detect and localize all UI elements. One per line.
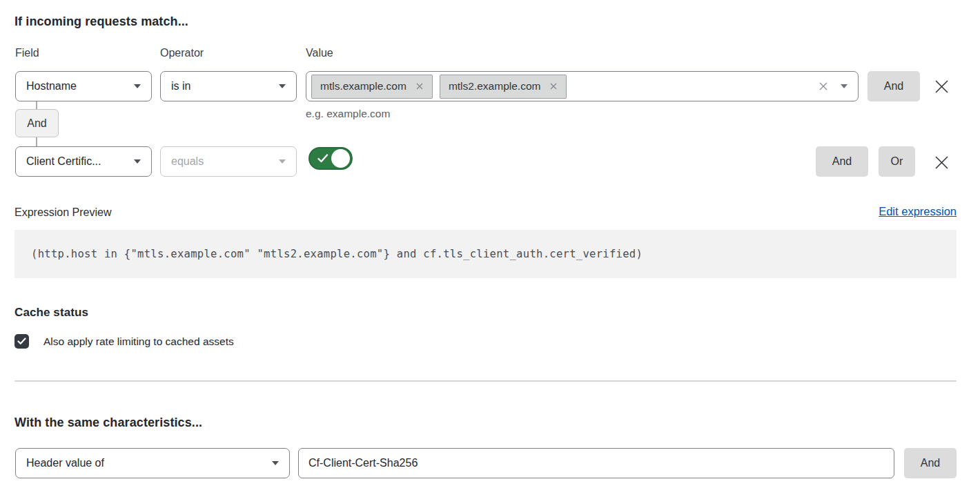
connector-line xyxy=(36,137,37,146)
tag-remove-icon[interactable] xyxy=(415,82,424,90)
add-characteristic-button[interactable]: And xyxy=(904,448,957,478)
connector-and-button[interactable]: And xyxy=(15,109,59,137)
tag-remove-icon[interactable] xyxy=(549,82,558,90)
operator-select-row1-value: is in xyxy=(171,80,190,92)
field-select-row1[interactable]: Hostname xyxy=(15,71,152,101)
caret-down-icon[interactable] xyxy=(841,84,847,88)
clear-values-icon[interactable] xyxy=(818,81,829,92)
field-label: Field xyxy=(15,47,39,59)
characteristic-select[interactable]: Header value of xyxy=(15,448,290,478)
expression-code: (http.host in {"mtls.example.com" "mtls2… xyxy=(31,248,643,260)
operator-select-row2-disabled: equals xyxy=(160,146,297,177)
caret-down-icon xyxy=(134,159,141,164)
connector-line xyxy=(36,101,37,109)
caret-down-icon xyxy=(134,84,141,88)
and-condition-button-row1[interactable]: And xyxy=(868,71,920,101)
caret-down-icon xyxy=(279,159,286,164)
cache-status-title: Cache status xyxy=(14,306,88,320)
value-multiselect[interactable]: mtls.example.com mtls2.example.com xyxy=(306,71,859,101)
and-condition-button-row2[interactable]: And xyxy=(816,146,868,177)
caret-down-icon xyxy=(279,84,286,88)
header-name-input[interactable] xyxy=(298,448,894,478)
value-tag-label: mtls2.example.com xyxy=(449,80,541,92)
remove-condition-icon-row2[interactable] xyxy=(932,153,951,172)
toggle-knob xyxy=(331,149,350,168)
field-select-row2[interactable]: Client Certific... xyxy=(15,146,152,177)
characteristics-title: With the same characteristics... xyxy=(14,416,202,430)
rule-builder: If incoming requests match... Field Oper… xyxy=(0,0,980,497)
cached-assets-checkbox[interactable] xyxy=(14,334,29,349)
checkmark-icon xyxy=(17,338,26,345)
field-select-row1-value: Hostname xyxy=(26,80,77,92)
cached-assets-checkbox-label: Also apply rate limiting to cached asset… xyxy=(43,335,234,348)
expression-code-block: (http.host in {"mtls.example.com" "mtls2… xyxy=(14,230,957,278)
value-label: Value xyxy=(306,47,333,59)
field-select-row2-value: Client Certific... xyxy=(26,155,101,168)
or-condition-button-row2[interactable]: Or xyxy=(879,146,915,177)
caret-down-icon xyxy=(272,461,279,465)
remove-condition-icon-row1[interactable] xyxy=(932,77,951,96)
value-tag: mtls2.example.com xyxy=(440,75,567,99)
operator-label: Operator xyxy=(160,47,204,59)
expression-preview-label: Expression Preview xyxy=(14,206,112,219)
section-divider xyxy=(14,380,957,382)
value-helper-text: e.g. example.com xyxy=(306,108,390,120)
characteristic-select-value: Header value of xyxy=(26,457,104,469)
cert-verified-toggle[interactable] xyxy=(308,147,353,170)
value-tag: mtls.example.com xyxy=(311,75,433,99)
edit-expression-link[interactable]: Edit expression xyxy=(879,205,957,218)
operator-select-row2-placeholder: equals xyxy=(171,155,204,168)
operator-select-row1[interactable]: is in xyxy=(160,71,297,101)
match-section-title: If incoming requests match... xyxy=(14,14,188,29)
checkmark-icon xyxy=(317,154,329,163)
value-tag-label: mtls.example.com xyxy=(320,80,406,92)
